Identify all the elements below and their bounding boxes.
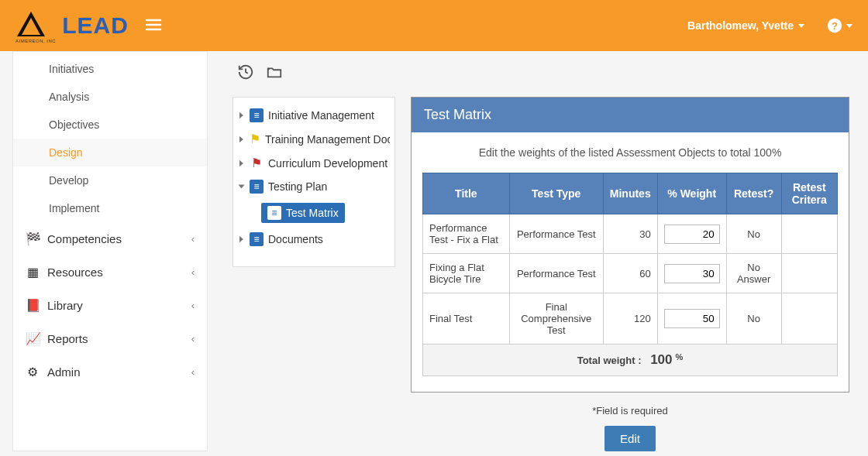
sidebar-item-design[interactable]: Design [13, 139, 207, 166]
sidebar-section-label: Library [47, 299, 83, 312]
news-icon: ▦ [26, 265, 40, 279]
tree-item-label: Test Matrix [286, 207, 339, 219]
tree-item-testing-plan[interactable]: Testing Plan [238, 175, 390, 198]
chart-icon: 📈 [26, 331, 40, 346]
chevron-left-icon: ‹ [191, 333, 195, 345]
col-retest-criteria: Retest Critera [781, 173, 837, 214]
chevron-left-icon: ‹ [191, 300, 195, 311]
expand-icon [239, 160, 243, 166]
cell-weight [657, 254, 726, 293]
logo-group: AIMEREON, INC LEAD [16, 9, 129, 43]
assessment-table: Title Test Type Minutes % Weight Retest?… [422, 173, 838, 376]
sidebar-item-develop[interactable]: Develop [13, 166, 207, 194]
sidebar: Initiatives Analysis Objectives Design D… [12, 51, 208, 451]
cell-retest: No [726, 293, 781, 345]
panel-subtitle: Edit the weights of the listed Assessmen… [422, 146, 838, 159]
menu-toggle-button[interactable] [144, 15, 163, 36]
col-weight: % Weight [657, 173, 726, 214]
help-icon: ? [826, 17, 843, 34]
weight-input[interactable] [664, 225, 720, 244]
sidebar-section-resources[interactable]: ▦ Resources ‹ [13, 255, 207, 289]
col-minutes: Minutes [603, 173, 657, 214]
sidebar-section-label: Admin [47, 365, 81, 379]
gauge-icon: 🏁 [26, 231, 40, 246]
chevron-left-icon: ‹ [191, 266, 195, 278]
sidebar-section-admin[interactable]: ⚙ Admin ‹ [13, 355, 207, 389]
cell-minutes: 120 [603, 293, 657, 345]
tree-item-test-matrix[interactable]: Test Matrix [238, 198, 390, 228]
cell-type: Final Comprehensive Test [509, 293, 603, 345]
sidebar-item-initiatives[interactable]: Initiatives [13, 55, 207, 83]
tree-item-initiative-management[interactable]: Initiative Management [238, 104, 390, 127]
cell-criteria [781, 254, 837, 293]
tree-item-documents[interactable]: Documents [238, 228, 390, 251]
folder-icon[interactable] [265, 63, 284, 83]
tree-item-curriculum-development[interactable]: Curriculum Development [238, 151, 390, 175]
gears-icon: ⚙ [26, 365, 40, 379]
expand-icon [239, 236, 243, 242]
tree-item-training-management[interactable]: Training Management Doc [238, 127, 390, 151]
logo-text: LEAD [62, 12, 129, 39]
chevron-left-icon: ‹ [191, 366, 195, 378]
flag-red-icon [250, 156, 264, 170]
flag-yellow-icon [250, 132, 260, 146]
sidebar-section-reports[interactable]: 📈 Reports ‹ [13, 322, 207, 355]
document-tree: Initiative Management Training Managemen… [232, 97, 395, 267]
weight-input[interactable] [664, 309, 720, 328]
cell-type: Performance Test [509, 254, 603, 293]
document-icon [250, 180, 264, 194]
document-icon [267, 206, 281, 220]
sidebar-section-library[interactable]: 📕 Library ‹ [13, 289, 207, 322]
sidebar-item-objectives[interactable]: Objectives [13, 111, 207, 139]
history-icon[interactable] [237, 63, 254, 83]
panel-title: Test Matrix [412, 98, 849, 132]
cell-title: Performance Test - Fix a Flat [423, 214, 510, 254]
tree-item-label: Documents [268, 233, 323, 245]
cell-criteria [781, 214, 837, 254]
logo-subtext: AIMEREON, INC [16, 39, 56, 43]
edit-button[interactable]: Edit [604, 426, 656, 451]
sidebar-section-label: Competencies [47, 232, 122, 245]
weight-input[interactable] [664, 264, 720, 283]
help-menu[interactable]: ? [826, 17, 852, 34]
col-test-type: Test Type [509, 173, 603, 214]
cell-weight [657, 214, 726, 254]
cell-title: Final Test [423, 293, 510, 345]
caret-down-icon [846, 24, 852, 28]
test-matrix-panel: Test Matrix Edit the weights of the list… [411, 97, 849, 393]
toolbar [237, 63, 849, 83]
total-weight-value: 100 [650, 352, 672, 367]
cell-weight [657, 293, 726, 345]
expand-icon [239, 112, 243, 118]
sidebar-section-label: Reports [47, 332, 88, 345]
top-bar: AIMEREON, INC LEAD Bartholomew, Yvette ? [0, 0, 868, 51]
tree-item-label: Curriculum Development [268, 157, 388, 170]
book-icon: 📕 [26, 298, 40, 313]
logo-triangle: AIMEREON, INC [16, 9, 56, 43]
table-row: Final Test Final Comprehensive Test 120 … [423, 293, 838, 345]
sidebar-item-implement[interactable]: Implement [13, 194, 207, 222]
svg-text:?: ? [832, 20, 838, 32]
sidebar-section-label: Resources [47, 266, 103, 279]
table-row: Fixing a Flat Bicycle Tire Performance T… [423, 254, 838, 293]
user-menu[interactable]: Bartholomew, Yvette [687, 19, 804, 32]
percent-label: % [676, 352, 684, 362]
sidebar-item-analysis[interactable]: Analysis [13, 83, 207, 111]
chevron-left-icon: ‹ [191, 233, 195, 245]
total-weight-label: Total weight : [577, 355, 642, 366]
sidebar-section-competencies[interactable]: 🏁 Competencies ‹ [13, 222, 207, 255]
cell-minutes: 30 [603, 214, 657, 254]
document-icon [250, 108, 264, 122]
cell-retest: No [726, 214, 781, 254]
tree-item-label: Initiative Management [268, 109, 374, 122]
cell-title: Fixing a Flat Bicycle Tire [423, 254, 510, 293]
expand-icon [239, 136, 243, 142]
col-title: Title [423, 173, 510, 214]
table-row: Performance Test - Fix a Flat Performanc… [423, 214, 838, 254]
caret-down-icon [798, 24, 804, 28]
cell-minutes: 60 [603, 254, 657, 293]
main-area: Initiative Management Training Managemen… [208, 51, 868, 456]
user-name-label: Bartholomew, Yvette [687, 19, 794, 32]
tree-item-label: Training Management Doc [265, 133, 390, 146]
required-field-note: *Field is required [411, 405, 849, 417]
